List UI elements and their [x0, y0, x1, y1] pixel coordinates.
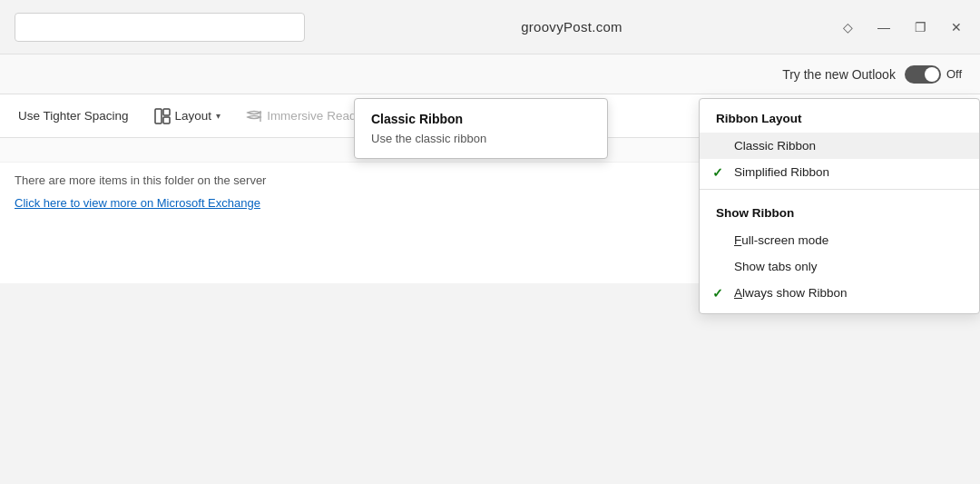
show-tabs-only-item[interactable]: Show tabs only [700, 253, 979, 280]
ribbon-layout-header: Ribbon Layout [700, 99, 979, 133]
simplified-ribbon-item[interactable]: ✓ Simplified Ribbon [700, 159, 979, 185]
tooltip-title: Classic Ribbon [371, 112, 591, 126]
immersive-reader-icon [246, 108, 262, 124]
window-controls: ◇ — ❐ ✕ [838, 20, 965, 35]
layout-icon [154, 108, 171, 124]
ribbon-section-divider [700, 189, 979, 190]
classic-ribbon-tooltip: Classic Ribbon Use the classic ribbon [354, 98, 608, 159]
outlook-toggle[interactable]: Off [905, 65, 962, 84]
outlook-toggle-label: Try the new Outlook [782, 67, 896, 82]
app-title: groovyPost.com [521, 19, 622, 35]
show-tabs-only-label: Show tabs only [734, 260, 818, 273]
layout-button[interactable]: Layout ▾ [147, 104, 229, 128]
diamond-icon[interactable]: ◇ [838, 20, 857, 35]
close-button[interactable]: ✕ [947, 20, 965, 35]
classic-ribbon-item[interactable]: Classic Ribbon [700, 133, 979, 159]
use-tighter-spacing-label: Use Tighter Spacing [18, 109, 129, 123]
search-box[interactable] [15, 13, 305, 42]
title-bar: groovyPost.com ◇ — ❐ ✕ [0, 0, 980, 54]
layout-label: Layout [175, 109, 212, 123]
toggle-thumb [925, 67, 939, 82]
outlook-bar: Try the new Outlook Off [0, 54, 980, 94]
fullscreen-mode-label: Full-screen mode [734, 233, 828, 247]
always-show-ribbon-check-icon: ✓ [712, 286, 723, 301]
toggle-track[interactable] [905, 65, 941, 84]
show-ribbon-header: Show Ribbon [700, 193, 979, 227]
title-bar-controls: ◇ — ❐ ✕ [838, 20, 965, 35]
svg-rect-1 [163, 109, 170, 115]
classic-ribbon-label: Classic Ribbon [734, 139, 816, 153]
fullscreen-mode-item[interactable]: Full-screen mode [700, 227, 979, 253]
always-show-ribbon-label: Always show Ribbon [734, 286, 848, 300]
immersive-reader-label: Immersive Reader [267, 109, 367, 123]
svg-rect-0 [155, 109, 162, 123]
ribbon-layout-dropdown: Ribbon Layout Classic Ribbon ✓ Simplifie… [699, 98, 980, 314]
toggle-state-label: Off [946, 67, 962, 81]
use-tighter-spacing-button[interactable]: Use Tighter Spacing [11, 105, 136, 126]
tooltip-description: Use the classic ribbon [371, 132, 591, 145]
layout-chevron-icon: ▾ [216, 111, 220, 121]
maximize-button[interactable]: ❐ [911, 20, 929, 35]
minimize-button[interactable]: — [875, 20, 893, 35]
simplified-ribbon-label: Simplified Ribbon [734, 165, 829, 179]
svg-rect-2 [163, 117, 170, 123]
always-show-ribbon-item[interactable]: ✓ Always show Ribbon [700, 280, 979, 306]
simplified-ribbon-check-icon: ✓ [712, 165, 723, 180]
